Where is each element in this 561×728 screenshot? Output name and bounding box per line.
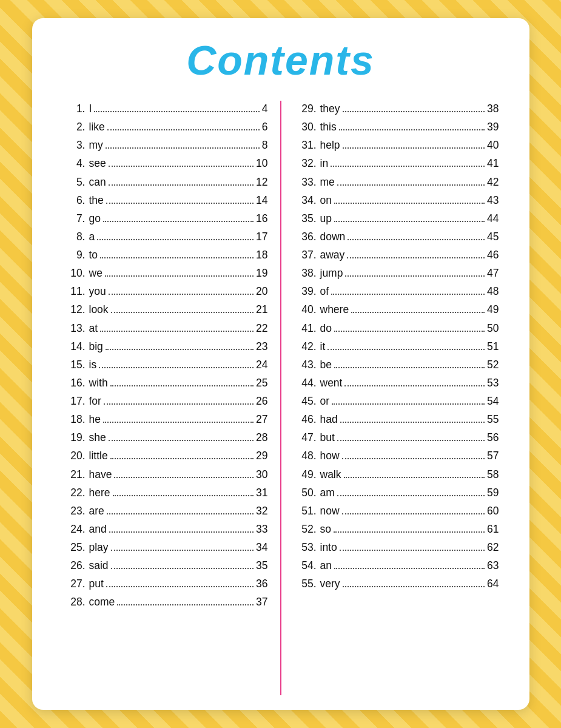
toc-number: 52. (294, 521, 317, 538)
toc-word: be (320, 357, 332, 373)
table-row: 51.now60 (294, 503, 499, 519)
toc-dots (106, 349, 254, 350)
toc-dots (110, 458, 254, 459)
table-row: 47.but56 (294, 430, 499, 446)
table-row: 32.in41 (294, 155, 499, 172)
toc-page: 50 (487, 320, 499, 337)
toc-number: 10. (62, 265, 86, 281)
toc-word: in (320, 155, 329, 172)
toc-number: 37. (294, 247, 317, 263)
toc-number: 44. (294, 375, 317, 391)
toc-dots (344, 477, 485, 478)
toc-number: 23. (62, 503, 86, 519)
toc-number: 7. (62, 211, 86, 227)
toc-word: are (89, 503, 104, 519)
toc-number: 30. (294, 119, 317, 135)
toc-page: 57 (487, 448, 499, 464)
toc-word: can (89, 174, 106, 190)
toc-page: 39 (487, 119, 499, 135)
toc-page: 54 (487, 393, 499, 410)
table-row: 8.a17 (62, 229, 268, 245)
toc-page: 25 (256, 375, 267, 391)
toc-dots (342, 513, 485, 514)
toc-page: 30 (256, 467, 267, 483)
toc-page: 40 (487, 137, 499, 153)
table-row: 9.to18 (62, 247, 268, 263)
table-row: 16.with25 (62, 375, 268, 391)
table-row: 19.she28 (62, 430, 268, 446)
toc-word: away (320, 247, 345, 263)
toc-page: 21 (256, 302, 267, 318)
toc-page: 47 (487, 265, 499, 281)
toc-number: 12. (62, 302, 86, 318)
toc-page: 31 (256, 485, 267, 501)
toc-page: 62 (487, 539, 499, 556)
table-row: 10.we19 (62, 265, 268, 281)
toc-dots (110, 385, 254, 386)
toc-dots (107, 513, 254, 514)
toc-number: 6. (62, 192, 86, 209)
toc-number: 17. (62, 393, 86, 410)
toc-number: 36. (294, 229, 317, 245)
toc-number: 16. (62, 375, 86, 391)
toc-word: here (89, 485, 110, 501)
toc-page: 42 (487, 174, 499, 190)
toc-dots (340, 422, 485, 423)
table-row: 37.away46 (294, 247, 499, 263)
toc-word: of (320, 283, 329, 300)
toc-page: 23 (256, 339, 267, 355)
table-row: 18.he27 (62, 411, 268, 428)
toc-page: 4 (262, 101, 268, 117)
toc-dots (334, 531, 485, 533)
toc-number: 15. (62, 357, 86, 373)
toc-number: 11. (62, 283, 86, 300)
toc-page: 43 (487, 192, 499, 209)
table-row: 26.said35 (62, 558, 268, 574)
toc-page: 12 (256, 174, 267, 190)
toc-word: an (320, 558, 332, 574)
toc-word: come (89, 594, 115, 610)
toc-page: 10 (256, 155, 267, 172)
toc-dots (337, 440, 485, 441)
toc-word: at (89, 320, 98, 337)
toc-dots (106, 586, 254, 587)
toc-word: jump (320, 265, 343, 281)
table-row: 30.this39 (294, 119, 499, 135)
toc-page: 22 (256, 320, 267, 337)
toc-page: 38 (487, 101, 499, 117)
table-row: 4.see10 (62, 155, 268, 172)
toc-page: 24 (256, 357, 267, 373)
toc-word: have (89, 467, 112, 483)
toc-dots (343, 111, 485, 112)
table-row: 27.put36 (62, 576, 268, 592)
toc-dots (109, 166, 254, 167)
toc-number: 28. (62, 594, 86, 610)
toc-dots (334, 221, 485, 222)
toc-dots (331, 166, 485, 167)
toc-number: 4. (62, 155, 86, 172)
toc-word: look (89, 302, 109, 318)
toc-number: 51. (294, 503, 317, 519)
left-column: 1.I42.like63.my84.see105.can126.the147.g… (62, 101, 281, 695)
toc-word: now (320, 503, 340, 519)
toc-number: 21. (62, 467, 86, 483)
page-title: Contents (62, 36, 499, 84)
toc-page: 27 (256, 411, 267, 428)
toc-word: where (320, 302, 349, 318)
toc-number: 50. (294, 485, 317, 501)
toc-dots (105, 275, 254, 277)
toc-page: 28 (256, 430, 267, 446)
toc-word: you (89, 283, 106, 300)
toc-word: is (89, 357, 97, 373)
toc-dots (111, 312, 254, 313)
toc-number: 3. (62, 137, 86, 153)
toc-dots (347, 257, 485, 258)
table-row: 41.do50 (294, 320, 499, 337)
table-row: 35.up44 (294, 211, 499, 227)
toc-number: 45. (294, 393, 317, 410)
table-row: 2.like6 (62, 119, 268, 135)
toc-dots (97, 239, 254, 240)
toc-word: or (320, 393, 330, 410)
toc-number: 24. (62, 521, 86, 538)
table-row: 39.of48 (294, 283, 499, 300)
